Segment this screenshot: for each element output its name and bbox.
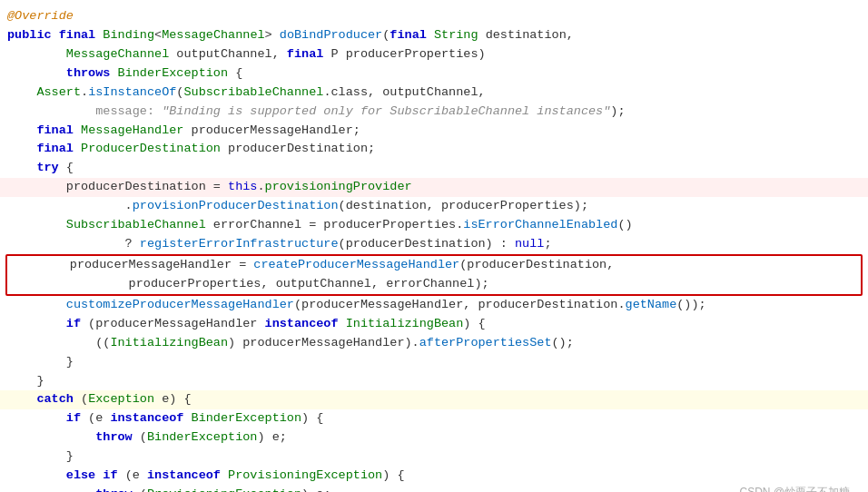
- code-line-2: public final Binding<MessageChannel> doB…: [0, 26, 868, 45]
- code-line-10: producerDestination = this.provisioningP…: [0, 178, 868, 197]
- code-line-12: SubscribableChannel errorChannel = produ…: [0, 216, 868, 235]
- code-line-20: }: [0, 372, 868, 391]
- throws-keyword: throws: [66, 64, 111, 84]
- code-line-7: final MessageHandler producerMessageHand…: [0, 122, 868, 141]
- code-line-22: if (e instanceof BinderException) {: [0, 409, 868, 428]
- code-line-3: MessageChannel outputChannel, final P pr…: [0, 45, 868, 64]
- watermark: CSDN @炒栗子不加糖: [739, 484, 850, 492]
- code-line-18: ((InitializingBean) producerMessageHandl…: [0, 334, 868, 353]
- code-line-26: throw (ProvisioningException) e;: [0, 486, 868, 492]
- code-line-13: ? registerErrorInfrastructure(producerDe…: [0, 235, 868, 254]
- code-line-4: throws BinderException {: [0, 64, 868, 84]
- code-line-14: producerMessageHandler = createProducerM…: [9, 256, 859, 275]
- annotation-override: @Override: [7, 7, 74, 26]
- code-line-6: message: "Binding is supported only for …: [0, 103, 868, 122]
- code-line-23: throw (BinderException) e;: [0, 428, 868, 448]
- code-line-1: @Override: [0, 7, 868, 26]
- code-line-5: Assert.isInstanceOf(SubscribableChannel.…: [0, 84, 868, 103]
- code-line-19: }: [0, 353, 868, 372]
- code-line-15: producerProperties, outputChannel, error…: [9, 275, 859, 294]
- code-container: @Override public final Binding<MessageCh…: [0, 0, 868, 492]
- code-line-8: final ProducerDestination producerDestin…: [0, 140, 868, 159]
- code-line-24: }: [0, 448, 868, 467]
- code-line-9: try {: [0, 159, 868, 178]
- code-line-16: customizeProducerMessageHandler(producer…: [0, 296, 868, 315]
- code-line-21: catch (Exception e) {: [0, 390, 868, 409]
- code-line-25: else if (e instanceof ProvisioningExcept…: [0, 467, 868, 486]
- code-line-11: .provisionProducerDestination(destinatio…: [0, 197, 868, 216]
- code-line-17: if (producerMessageHandler instanceof In…: [0, 315, 868, 334]
